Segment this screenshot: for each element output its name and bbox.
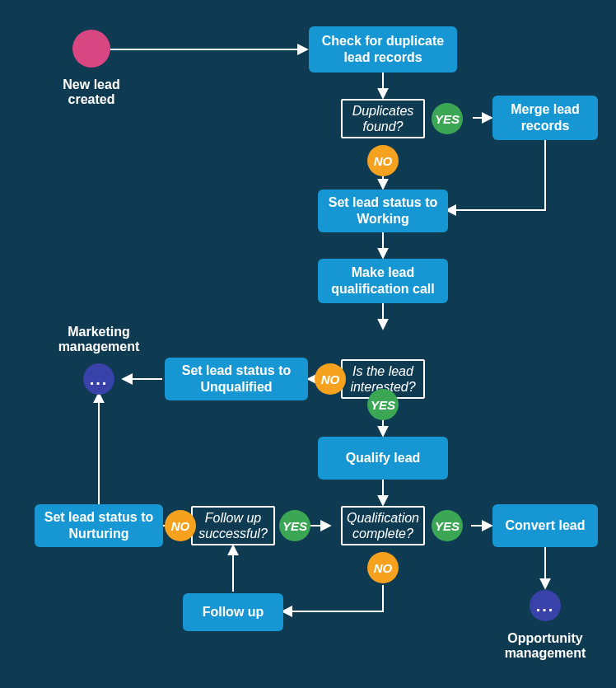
decision-followup-successful: Follow up successful? bbox=[191, 506, 275, 545]
process-merge: Merge lead records bbox=[492, 96, 598, 140]
flowchart-canvas: { "start_label": "New lead created", "pr… bbox=[0, 0, 616, 688]
process-convert: Convert lead bbox=[492, 504, 598, 547]
process-set-unqualified: Set lead status to Unqualified bbox=[165, 358, 308, 400]
subprocess-marketing: ... bbox=[83, 363, 114, 395]
subprocess-opportunity-label: Opportunity management bbox=[492, 628, 598, 664]
branch-yes-followup: YES bbox=[279, 510, 310, 541]
arrow-merge-to-working bbox=[447, 140, 545, 210]
decision-duplicates-found: Duplicates found? bbox=[341, 99, 425, 138]
branch-no-duplicates: NO bbox=[367, 145, 399, 176]
branch-no-complete: NO bbox=[367, 552, 399, 583]
subprocess-opportunity: ... bbox=[530, 590, 561, 621]
process-qualify: Qualify lead bbox=[318, 437, 448, 480]
start-node bbox=[72, 30, 110, 68]
branch-no-interested: NO bbox=[315, 363, 346, 395]
process-make-call: Make lead qualification call bbox=[318, 259, 448, 303]
process-set-working: Set lead status to Working bbox=[318, 190, 448, 232]
branch-yes-complete: YES bbox=[432, 510, 463, 541]
decision-qualification-complete: Qualification complete? bbox=[341, 506, 425, 545]
start-label: New lead created bbox=[49, 74, 133, 110]
arrow-no-to-followup bbox=[283, 585, 383, 611]
process-followup: Follow up bbox=[183, 593, 283, 631]
process-check-duplicate: Check for duplicate lead records bbox=[309, 26, 457, 73]
branch-yes-duplicates: YES bbox=[432, 103, 463, 134]
branch-no-followup: NO bbox=[165, 510, 196, 541]
branch-yes-interested: YES bbox=[367, 389, 399, 420]
process-set-nurturing: Set lead status to Nurturing bbox=[35, 504, 163, 547]
subprocess-marketing-label: Marketing management bbox=[54, 321, 143, 358]
